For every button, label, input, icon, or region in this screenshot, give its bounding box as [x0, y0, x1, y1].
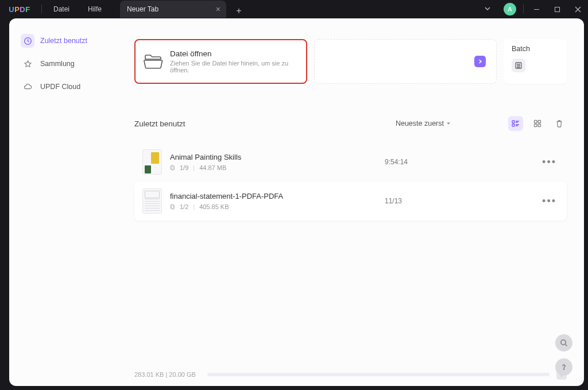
svg-rect-15	[535, 121, 537, 123]
close-tab-icon[interactable]: ×	[216, 5, 220, 14]
svg-rect-18	[538, 124, 541, 127]
file-thumbnail	[142, 149, 162, 175]
svg-rect-1	[555, 7, 559, 11]
star-icon	[21, 57, 34, 71]
cloud-icon	[21, 80, 34, 94]
batch-label: Batch	[512, 45, 559, 53]
chevron-down-icon[interactable]	[476, 5, 499, 14]
expand-button[interactable]	[474, 56, 486, 67]
floating-buttons	[555, 334, 572, 376]
batch-icon[interactable]	[512, 59, 525, 72]
close-window-button[interactable]	[567, 0, 588, 18]
sort-dropdown[interactable]: Neueste zuerst	[396, 119, 451, 128]
recent-header: Zuletzt benutzt Neueste zuerst	[134, 114, 567, 133]
card-row: Datei öffnen Ziehen Sie die Datei hier h…	[134, 39, 567, 84]
grid-view-button[interactable]	[530, 116, 545, 131]
divider	[523, 5, 524, 14]
folder-open-icon	[144, 53, 163, 70]
divider	[41, 5, 42, 14]
batch-card: Batch	[504, 39, 567, 84]
sidebar-item-collection[interactable]: Sammlung	[15, 53, 114, 75]
chevron-down-icon	[446, 121, 451, 126]
list-view-button[interactable]	[508, 116, 523, 131]
menu-help[interactable]: Hilfe	[79, 0, 111, 18]
file-meta: 1/9 | 44.87 MB	[170, 164, 377, 171]
sidebar-item-label: Sammlung	[40, 60, 75, 68]
drop-area[interactable]	[314, 39, 497, 84]
add-tab-button[interactable]: +	[232, 4, 246, 18]
titlebar: UPDF Datei Hilfe Neuer Tab × + A	[0, 0, 588, 18]
file-name: Animal Painting Skills	[170, 153, 377, 161]
menu-file[interactable]: Datei	[44, 0, 79, 18]
svg-rect-17	[535, 124, 537, 127]
delete-button[interactable]	[552, 116, 567, 131]
svg-rect-12	[512, 124, 514, 126]
file-meta: 1/2 | 405.85 KB	[170, 203, 377, 210]
file-thumbnail	[142, 188, 162, 214]
minimize-button[interactable]	[526, 0, 547, 18]
storage-text: 283.01 KB | 20.00 GB	[134, 371, 196, 378]
svg-point-25	[563, 369, 564, 369]
search-fab[interactable]	[555, 334, 572, 352]
help-fab[interactable]	[555, 358, 572, 376]
sidebar-item-label: Zuletzt benutzt	[40, 37, 87, 45]
file-list: Animal Painting Skills 1/9 | 44.87 MB 9:…	[134, 142, 567, 221]
main-area: Datei öffnen Ziehen Sie die Datei hier h…	[119, 18, 584, 386]
storage-bar	[207, 373, 550, 376]
view-controls	[508, 116, 567, 131]
status-bar: 283.01 KB | 20.00 GB +	[134, 368, 567, 381]
open-card-subtitle: Ziehen Sie die Datei hier hinein, um sie…	[170, 60, 298, 74]
svg-rect-16	[538, 121, 541, 123]
file-info: financial-statement-1-PDFA-PDFA 1/2 | 40…	[170, 192, 377, 210]
svg-rect-9	[512, 121, 514, 123]
open-file-card[interactable]: Datei öffnen Ziehen Sie die Datei hier h…	[134, 39, 307, 84]
svg-point-23	[561, 340, 566, 345]
open-card-title: Datei öffnen	[170, 49, 298, 58]
file-info: Animal Painting Skills 1/9 | 44.87 MB	[170, 153, 377, 171]
file-time: 9:54:14	[385, 158, 408, 166]
recent-title: Zuletzt benutzt	[134, 119, 185, 128]
file-row[interactable]: financial-statement-1-PDFA-PDFA 1/2 | 40…	[134, 182, 567, 221]
tab-title: Neuer Tab	[127, 5, 158, 13]
sidebar-item-cloud[interactable]: UPDF Cloud	[15, 76, 114, 98]
pages-icon	[170, 204, 175, 210]
file-row[interactable]: Animal Painting Skills 1/9 | 44.87 MB 9:…	[134, 142, 567, 182]
sidebar: Zuletzt benutzt Sammlung UPDF Cloud	[9, 18, 119, 386]
window-controls: A	[476, 0, 588, 18]
sidebar-item-recent[interactable]: Zuletzt benutzt	[15, 30, 114, 52]
avatar[interactable]: A	[504, 3, 516, 16]
clock-icon	[21, 34, 34, 48]
tab-new[interactable]: Neuer Tab ×	[120, 1, 226, 18]
pages-icon	[170, 165, 175, 171]
more-icon[interactable]: •••	[542, 195, 556, 207]
more-icon[interactable]: •••	[542, 156, 556, 168]
tab-bar: Neuer Tab × +	[120, 1, 246, 18]
svg-line-24	[566, 345, 567, 346]
workspace: Zuletzt benutzt Sammlung UPDF Cloud Date…	[9, 18, 584, 386]
sidebar-item-label: UPDF Cloud	[40, 83, 80, 91]
file-name: financial-statement-1-PDFA-PDFA	[170, 192, 377, 200]
open-card-text: Datei öffnen Ziehen Sie die Datei hier h…	[170, 49, 298, 74]
file-time: 11/13	[385, 197, 402, 205]
maximize-button[interactable]	[547, 0, 567, 18]
app-logo: UPDF	[0, 5, 39, 14]
